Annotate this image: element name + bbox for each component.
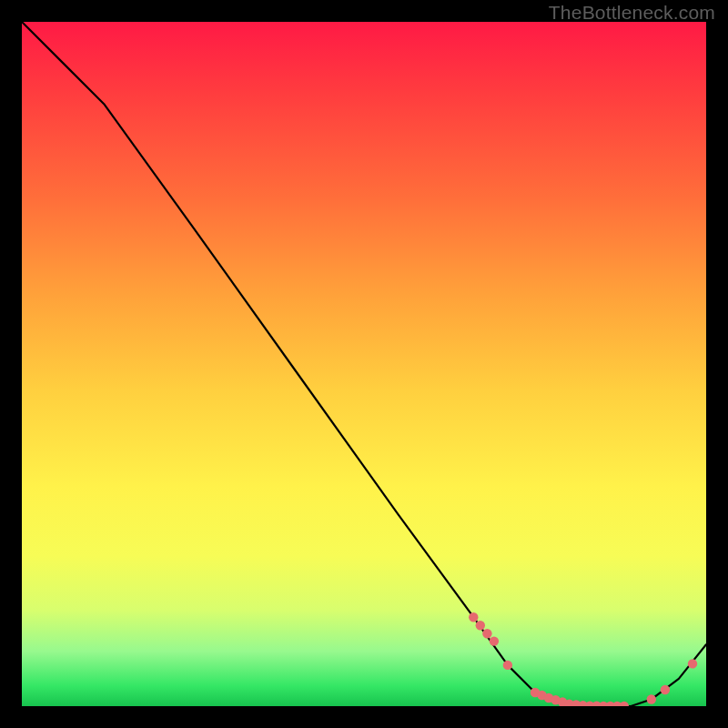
watermark-text: TheBottleneck.com <box>549 2 715 24</box>
chart-frame: TheBottleneck.com <box>0 0 728 728</box>
plot-gradient-background <box>22 22 706 706</box>
